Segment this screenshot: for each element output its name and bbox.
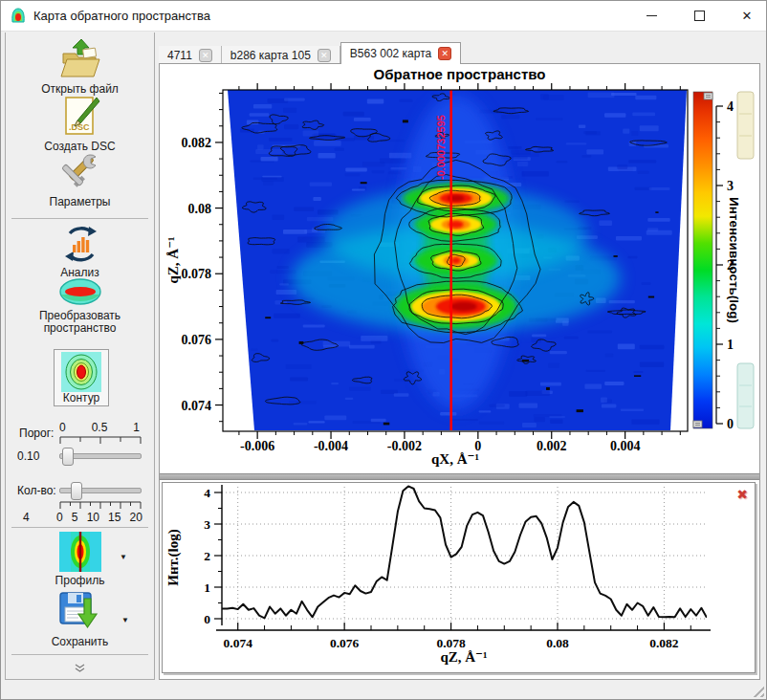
save-label: Сохранить <box>52 636 109 648</box>
svg-text:4: 4 <box>727 99 734 114</box>
svg-text:2: 2 <box>204 549 210 563</box>
analyze-icon <box>56 224 104 264</box>
svg-text:0: 0 <box>204 612 210 626</box>
svg-text:0.002: 0.002 <box>537 439 567 453</box>
count-scale: 05101520 <box>56 511 142 524</box>
colorbar-min-handle[interactable] <box>693 421 702 427</box>
separator <box>11 527 148 528</box>
create-dsc-button[interactable]: .DSC Создать DSC <box>6 94 154 153</box>
colorbar-range-slider-bottom[interactable] <box>737 363 754 428</box>
svg-text:0.074: 0.074 <box>224 636 253 650</box>
minimize-button[interactable] <box>629 1 673 30</box>
close-icon: ✕ <box>742 9 753 23</box>
contour-label: Контур <box>63 392 99 405</box>
app-icon <box>10 7 27 24</box>
threshold-scale: 00.51 <box>59 421 140 434</box>
count-thumb[interactable] <box>71 482 82 500</box>
svg-text:0.078: 0.078 <box>182 267 212 281</box>
tab-3[interactable]: B563 002 карта✕ <box>340 42 461 64</box>
open-folder-icon <box>58 36 102 80</box>
dsc-pencil-icon: .DSC <box>58 94 102 138</box>
main-chart-title: Обратное пространство <box>159 66 760 82</box>
close-button[interactable]: ✕ <box>725 1 767 30</box>
maximize-icon <box>694 11 705 21</box>
reciprocal-space-map[interactable]: -0.000732595 -0.006-0.004-0.00200.0020.0… <box>159 82 759 474</box>
transform-space-label: Преобразовать пространство <box>23 310 138 335</box>
profile-axes: 012340.0740.0760.0780.080.082 <box>204 485 711 650</box>
colorbar[interactable] <box>693 92 712 428</box>
tab-close-icon[interactable]: ✕ <box>438 47 451 60</box>
count-slider-block: Кол-во: 4 05101520 <box>6 480 154 539</box>
main-ylabel: qZ, Å⁻¹ <box>165 236 181 283</box>
threshold-thumb[interactable] <box>62 448 74 466</box>
parameters-label: Параметры <box>50 196 111 208</box>
svg-text:-0.002: -0.002 <box>387 439 422 453</box>
save-dropdown-arrow[interactable]: ▼ <box>121 616 129 624</box>
threshold-slider-block: Порог: 00.51 0.10 <box>6 419 154 478</box>
parameters-button[interactable]: Параметры <box>6 149 154 208</box>
profile-button[interactable]: Профиль ▼ <box>6 532 154 587</box>
tab-label: B563 002 карта <box>350 47 431 60</box>
threshold-value: 0.10 <box>17 449 39 463</box>
profile-close-icon[interactable]: ✖ <box>736 487 748 502</box>
splitter-bar[interactable] <box>160 473 759 480</box>
heatmap-field: -0.000732595 <box>223 90 688 431</box>
svg-text:-0.006: -0.006 <box>240 439 274 453</box>
svg-text:-0.004: -0.004 <box>314 439 348 453</box>
analyze-button[interactable]: Анализ <box>6 224 154 279</box>
tab-1[interactable]: 4711✕ <box>159 46 222 64</box>
window-title: Карта обратного пространства <box>33 9 210 23</box>
profile-dropdown-arrow[interactable]: ▼ <box>120 553 127 561</box>
tab-close-icon[interactable]: ✕ <box>318 49 331 62</box>
tools-icon <box>58 149 102 193</box>
title-bar[interactable]: Карта обратного пространства ✕ <box>1 1 766 32</box>
count-ruler <box>59 501 142 510</box>
tab-label: b286 карта 105 <box>230 49 311 62</box>
tab-2[interactable]: b286 карта 105✕ <box>222 46 340 64</box>
open-file-button[interactable]: Открыть файл <box>6 36 154 96</box>
colorbar-range-slider-top[interactable] <box>737 92 754 159</box>
profile-chart-panel: 012340.0740.0760.0780.080.082 Инт.(log) … <box>162 482 756 673</box>
svg-text:0.004: 0.004 <box>610 439 641 453</box>
colorbar-max-handle[interactable] <box>704 93 712 99</box>
svg-text:3: 3 <box>204 517 210 532</box>
transform-space-button[interactable]: Преобразовать пространство <box>6 276 154 335</box>
tab-bar: 4711✕b286 карта 105✕B563 002 карта✕ <box>159 42 461 64</box>
profile-xlabel: qZ, Å⁻¹ <box>440 649 487 665</box>
svg-text:0.074: 0.074 <box>182 399 212 413</box>
profile-icon <box>59 532 101 572</box>
svg-text:0.078: 0.078 <box>436 636 466 650</box>
svg-text:3: 3 <box>727 179 734 193</box>
profile-ylabel: Инт.(log) <box>165 529 182 585</box>
svg-text:0: 0 <box>727 417 734 431</box>
threshold-ruler <box>59 436 142 445</box>
collapse-chevron-icon[interactable] <box>74 664 86 673</box>
minimize-icon <box>646 15 657 16</box>
svg-text:4: 4 <box>204 486 210 500</box>
svg-text:0.076: 0.076 <box>182 333 212 347</box>
tab-close-icon[interactable]: ✕ <box>199 49 212 62</box>
profile-curve <box>222 486 707 618</box>
svg-text:1: 1 <box>727 338 734 352</box>
resize-grip[interactable] <box>750 683 764 697</box>
toolbar-sidebar: Открыть файл .DSC Создать DSC Параметры <box>5 33 155 680</box>
count-value: 4 <box>23 511 30 524</box>
save-button[interactable]: Сохранить ▼ <box>6 591 154 648</box>
threshold-label: Порог: <box>19 427 54 440</box>
svg-text:0.08: 0.08 <box>546 636 569 650</box>
separator <box>11 654 148 655</box>
main-xlabel: qX, Å⁻¹ <box>431 451 479 467</box>
profile-chart[interactable]: 012340.0740.0760.0780.080.082 Инт.(log) … <box>163 483 755 672</box>
tab-label: 4711 <box>167 49 192 62</box>
separator <box>11 218 148 219</box>
profile-label: Профиль <box>55 575 105 587</box>
colorbar-label: Интенсивность(log) <box>727 197 741 323</box>
transform-space-icon <box>56 276 104 307</box>
svg-text:0.076: 0.076 <box>330 636 360 650</box>
svg-text:0.082: 0.082 <box>182 136 212 150</box>
crosshair-value-label: -0.000732595 <box>435 115 447 180</box>
svg-text:1: 1 <box>204 580 210 595</box>
maximize-button[interactable] <box>677 1 721 30</box>
svg-text:0.082: 0.082 <box>649 636 679 650</box>
contour-toggle-button[interactable]: Контур <box>54 349 109 406</box>
